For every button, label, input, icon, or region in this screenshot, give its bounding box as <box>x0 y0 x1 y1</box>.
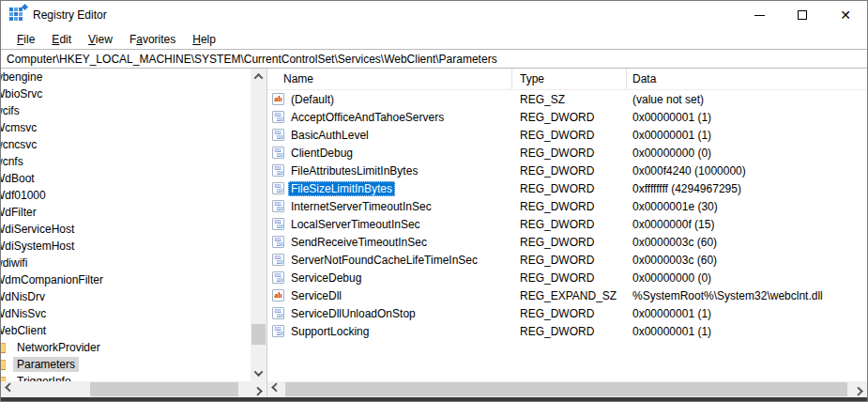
menu-item-edit[interactable]: Edit <box>43 31 80 48</box>
dword-value-icon: 011110 <box>272 325 284 337</box>
column-header-name[interactable]: Name <box>267 69 512 89</box>
close-icon: ✕ <box>840 8 851 22</box>
registry-value-row[interactable]: abServiceDllREG_EXPAND_SZ%SystemRoot%\Sy… <box>267 286 867 304</box>
column-header-type[interactable]: Type <box>512 69 627 89</box>
maximize-button[interactable] <box>781 1 824 29</box>
value-data-cell: %SystemRoot%\System32\webclnt.dll <box>627 289 867 302</box>
registry-value-row[interactable]: 011110ServiceDebugREG_DWORD0x00000000 (0… <box>267 269 867 286</box>
registry-value-row[interactable]: 011110ServerNotFoundCacheLifeTimeInSecRE… <box>267 251 867 269</box>
tree-item-wbengine[interactable]: wbengine <box>1 69 251 85</box>
tree-item-label: wcnfs <box>1 154 26 169</box>
tree-item-wcncsvc[interactable]: wcncsvc <box>1 136 251 153</box>
value-type-cell: REG_DWORD <box>512 182 627 195</box>
tree-item-Wdf01000[interactable]: Wdf01000 <box>1 187 251 204</box>
tree-item-NetworkProvider[interactable]: NetworkProvider <box>1 339 251 356</box>
registry-value-row[interactable]: 011110FileAttributesLimitInBytesREG_DWOR… <box>267 162 867 179</box>
chevron-right-icon <box>854 387 863 396</box>
list-scroll-left-button[interactable] <box>267 381 283 397</box>
close-button[interactable]: ✕ <box>824 1 867 29</box>
value-data-cell: 0x00000001 (1) <box>627 307 867 320</box>
registry-value-row[interactable]: 011110InternetServerTimeoutInSecREG_DWOR… <box>267 197 867 215</box>
menu-item-file[interactable]: File <box>8 31 43 48</box>
menu-label-post: ile <box>23 33 35 46</box>
tree-item-WebClient[interactable]: WebClient <box>1 322 251 339</box>
value-type-cell: REG_DWORD <box>512 271 627 285</box>
tree-item-WdNisSvc[interactable]: WdNisSvc <box>1 305 251 322</box>
menu-item-favorites[interactable]: Favorites <box>121 31 184 48</box>
tree-items: wbengineWbioSrvcwcifsWcmsvcwcncsvcwcnfsW… <box>1 69 251 381</box>
menu-item-help[interactable]: Help <box>184 31 224 48</box>
value-name: BasicAuthLevel <box>288 128 372 143</box>
tree-item-TriggerInfo[interactable]: TriggerInfo <box>1 373 251 381</box>
value-type-cell: REG_SZ <box>512 93 627 106</box>
value-type-cell: REG_DWORD <box>512 147 627 160</box>
tree-item-WdiServiceHost[interactable]: WdiServiceHost <box>1 221 251 238</box>
tree-item-WdmCompanionFilter[interactable]: WdmCompanionFilter <box>1 271 251 288</box>
chevron-down-icon <box>254 367 264 377</box>
tree-scroll-up-button[interactable] <box>251 69 266 85</box>
value-data-cell: (value not set) <box>627 93 867 106</box>
minimize-button[interactable] <box>738 1 781 29</box>
tree-item-label: WdiServiceHost <box>1 222 77 237</box>
value-name-cell: 011110ServiceDebug <box>267 271 512 286</box>
value-name-cell: abServiceDll <box>267 288 512 303</box>
value-data-cell: 0xffffffff (4294967295) <box>627 182 867 195</box>
value-name: ServerNotFoundCacheLifeTimeInSec <box>288 253 480 268</box>
tree-item-WbioSrvc[interactable]: WbioSrvc <box>1 85 251 102</box>
value-name-cell: 011110FileSizeLimitInBytes <box>267 181 512 196</box>
maximize-icon <box>798 10 807 20</box>
registry-value-row[interactable]: 011110BasicAuthLevelREG_DWORD0x00000001 … <box>267 126 867 144</box>
tree-item-WdiSystemHost[interactable]: WdiSystemHost <box>1 238 251 255</box>
menu-label-post: iew <box>96 33 113 46</box>
value-data-cell: 0x0000003c (60) <box>627 254 867 267</box>
list-scroll-right-button[interactable] <box>851 381 867 397</box>
tree-item-Wcmsvc[interactable]: Wcmsvc <box>1 119 251 136</box>
value-name-cell: 011110SendReceiveTimeoutInSec <box>267 235 512 250</box>
tree-horizontal-scroll-thumb[interactable] <box>90 382 238 396</box>
tree-scroll-down-button[interactable] <box>251 365 266 381</box>
dword-value-icon: 011110 <box>272 236 284 248</box>
tree-vertical-scrollbar[interactable] <box>251 69 266 381</box>
dword-value-icon: 011110 <box>272 254 284 266</box>
tree-item-Parameters[interactable]: Parameters <box>1 356 251 373</box>
value-data-cell: 0x0000003c (60) <box>627 236 867 249</box>
dword-value-icon: 011110 <box>272 218 284 230</box>
value-name: LocalServerTimeoutInSec <box>288 217 423 232</box>
registry-value-row[interactable]: 011110AcceptOfficeAndTahoeServersREG_DWO… <box>267 108 867 126</box>
tree-item-wcnfs[interactable]: wcnfs <box>1 153 251 170</box>
registry-value-row[interactable]: 011110ServiceDllUnloadOnStopREG_DWORD0x0… <box>267 304 867 322</box>
registry-value-row[interactable]: 011110SendReceiveTimeoutInSecREG_DWORD0x… <box>267 233 867 251</box>
registry-value-row[interactable]: 011110FileSizeLimitInBytesREG_DWORD0xfff… <box>267 179 867 197</box>
tree-item-WdNisDrv[interactable]: WdNisDrv <box>1 288 251 305</box>
value-name-cell: 011110SupportLocking <box>267 324 512 339</box>
tree-item-WdBoot[interactable]: WdBoot <box>1 170 251 187</box>
tree-item-label: WdNisDrv <box>1 289 48 304</box>
tree-scroll-right-button[interactable] <box>251 381 266 397</box>
tree-vertical-scroll-thumb[interactable] <box>251 324 266 345</box>
menu-item-view[interactable]: View <box>80 31 121 48</box>
registry-value-row[interactable]: 011110LocalServerTimeoutInSecREG_DWORD0x… <box>267 215 867 233</box>
list-horizontal-scrollbar[interactable] <box>267 381 867 397</box>
address-bar[interactable]: Computer\HKEY_LOCAL_MACHINE\SYSTEM\Curre… <box>1 49 867 69</box>
tree-scroll-left-button[interactable] <box>1 381 17 397</box>
registry-value-row[interactable]: ab(Default)REG_SZ(value not set) <box>267 90 867 108</box>
list-horizontal-scroll-thumb[interactable] <box>285 382 847 396</box>
dword-value-icon: 011110 <box>272 147 284 159</box>
column-header-data[interactable]: Data <box>627 69 867 89</box>
registry-value-row[interactable]: 011110SupportLockingREG_DWORD0x00000001 … <box>267 322 867 340</box>
tree-item-wdiwifi[interactable]: wdiwifi <box>1 255 251 271</box>
value-name: SupportLocking <box>288 324 372 339</box>
dword-value-icon: 011110 <box>272 182 284 194</box>
value-name: ServiceDebug <box>288 271 364 286</box>
dword-value-icon: 011110 <box>272 200 284 212</box>
registry-value-row[interactable]: 011110ClientDebugREG_DWORD0x00000000 (0) <box>267 144 867 162</box>
menu-bar: FileEditViewFavoritesHelp <box>1 29 867 49</box>
dword-value-icon: 011110 <box>272 129 284 141</box>
tree-horizontal-scrollbar[interactable] <box>1 381 266 397</box>
value-type-cell: REG_DWORD <box>512 325 627 338</box>
tree-item-WdFilter[interactable]: WdFilter <box>1 204 251 221</box>
tree-item-wcifs[interactable]: wcifs <box>1 102 251 119</box>
tree-item-label: TriggerInfo <box>13 374 75 381</box>
value-name-cell: 011110ClientDebug <box>267 146 512 161</box>
tree-item-label: WdNisSvc <box>1 306 49 321</box>
